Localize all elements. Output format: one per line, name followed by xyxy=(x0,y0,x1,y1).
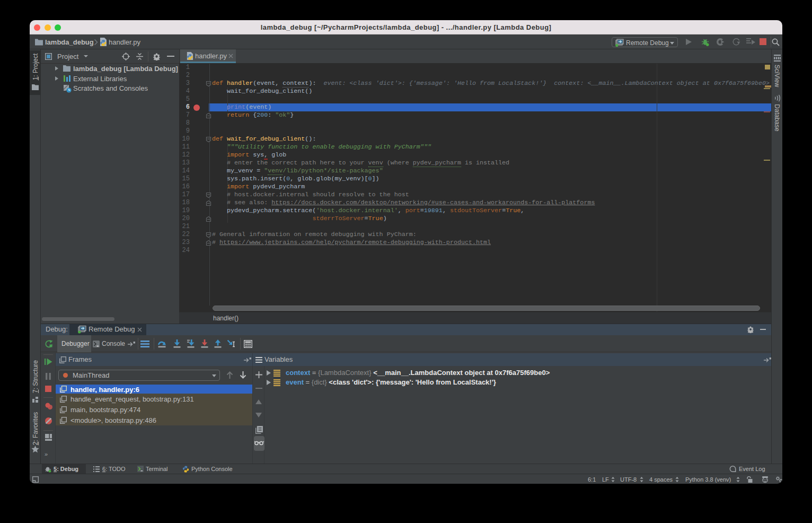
svg-text:?: ? xyxy=(782,480,782,484)
